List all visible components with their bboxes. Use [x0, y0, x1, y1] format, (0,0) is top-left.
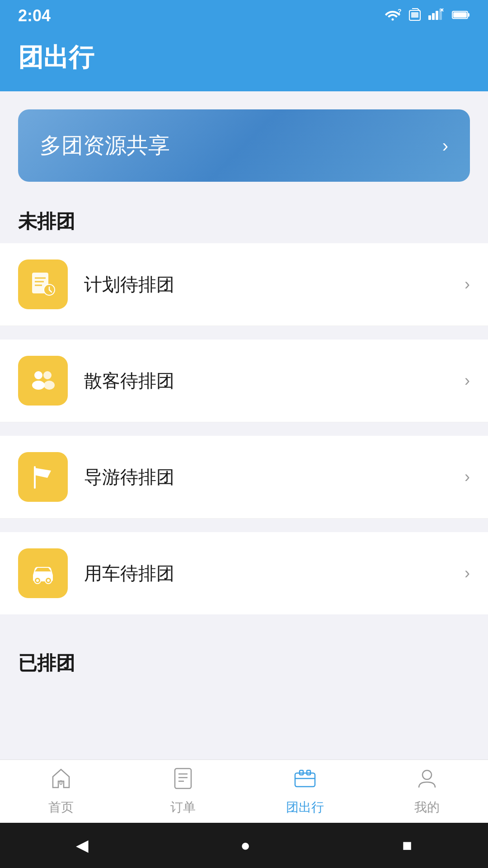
guide-chevron-icon: ›	[465, 467, 470, 486]
car-icon	[28, 559, 57, 588]
guests-icon	[28, 366, 57, 395]
app-header: 团出行	[0, 32, 488, 91]
svg-point-27	[36, 579, 39, 582]
svg-point-28	[47, 579, 50, 582]
svg-rect-6	[436, 11, 438, 20]
car-pending-item[interactable]: 用车待排团 ›	[0, 532, 488, 614]
orders-icon	[171, 767, 195, 795]
status-time: 2:04	[18, 6, 51, 25]
guests-pending-item[interactable]: 散客待排团 ›	[0, 340, 488, 422]
banner-container: 多团资源共享 ›	[0, 91, 488, 191]
nav-orders-label: 订单	[170, 799, 196, 816]
status-icons: ?	[384, 8, 470, 24]
car-pending-label: 用车待排团	[84, 561, 465, 586]
wifi-question-icon: ?	[384, 8, 401, 24]
svg-point-0	[392, 18, 394, 20]
nav-home-label: 首页	[48, 799, 74, 816]
banner-arrow-icon: ›	[442, 136, 448, 156]
guests-pending-label: 散客待排团	[84, 368, 465, 393]
home-icon: 0	[49, 767, 73, 795]
svg-text:?: ?	[398, 8, 401, 15]
nav-item-mine[interactable]: 我的	[366, 767, 488, 816]
guide-icon-wrap	[18, 452, 68, 502]
nav-item-home[interactable]: 0 首页	[0, 767, 122, 816]
guests-chevron-icon: ›	[465, 371, 470, 390]
sim-icon	[408, 8, 421, 24]
svg-point-23	[44, 381, 55, 390]
nav-mine-label: 我的	[414, 799, 440, 816]
svg-rect-12	[453, 12, 467, 18]
guide-pending-item[interactable]: 导游待排团 ›	[0, 436, 488, 519]
system-nav-bar: ◀ ● ■	[0, 823, 488, 868]
svg-rect-4	[428, 15, 431, 20]
nav-item-tours[interactable]: 团出行	[244, 767, 366, 816]
unassigned-section-title: 未排团	[0, 191, 488, 243]
banner-text: 多团资源共享	[40, 131, 170, 160]
plan-pending-label: 计划待排团	[84, 272, 465, 297]
battery-icon	[452, 9, 470, 23]
guide-flag-icon	[28, 462, 57, 491]
status-bar: 2:04 ?	[0, 0, 488, 32]
main-content: 多团资源共享 › 未排团 计划待排团 ›	[0, 91, 488, 753]
home-button[interactable]: ●	[240, 836, 250, 855]
nav-item-orders[interactable]: 订单	[122, 767, 244, 816]
svg-point-22	[43, 371, 52, 379]
bottom-nav: 0 首页 订单 团出行	[0, 760, 488, 823]
svg-point-20	[34, 371, 42, 379]
signal-icon	[428, 8, 445, 24]
svg-point-38	[422, 770, 432, 779]
guide-pending-label: 导游待排团	[84, 465, 465, 490]
resource-sharing-banner[interactable]: 多团资源共享 ›	[18, 109, 470, 182]
plan-chevron-icon: ›	[465, 275, 470, 294]
svg-text:0: 0	[59, 779, 63, 786]
tours-icon	[293, 767, 317, 795]
back-button[interactable]: ◀	[76, 836, 89, 855]
mine-icon	[415, 767, 439, 795]
car-chevron-icon: ›	[465, 564, 470, 583]
svg-point-21	[32, 381, 45, 390]
svg-rect-34	[295, 773, 315, 787]
guests-icon-wrap	[18, 356, 68, 406]
plan-pending-item[interactable]: 计划待排团 ›	[0, 243, 488, 326]
nav-tours-label: 团出行	[286, 799, 324, 816]
car-icon-wrap	[18, 548, 68, 598]
plan-icon-wrap	[18, 259, 68, 309]
svg-rect-3	[411, 12, 418, 18]
page-title: 团出行	[18, 41, 470, 75]
recent-button[interactable]: ■	[402, 836, 412, 855]
assigned-section-title: 已排团	[0, 632, 488, 680]
svg-rect-30	[175, 769, 191, 788]
plan-icon	[28, 270, 57, 299]
svg-rect-11	[468, 13, 469, 17]
svg-rect-5	[432, 13, 435, 20]
unassigned-menu-list: 计划待排团 › 散客待排团 ›	[0, 243, 488, 614]
